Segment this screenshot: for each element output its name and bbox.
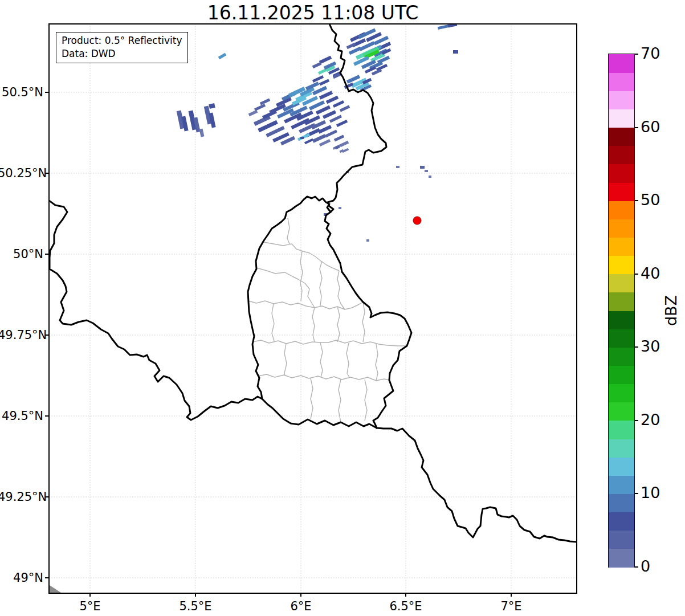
radar-echo <box>420 166 425 169</box>
colorbar-tick <box>634 566 638 568</box>
colorbar-band <box>609 347 634 366</box>
colorbar-band <box>609 475 634 494</box>
country-border-france-germany <box>377 428 577 542</box>
radar-site-marker <box>413 217 421 225</box>
colorbar-tick <box>634 274 638 275</box>
region-border <box>320 342 323 377</box>
colorbar-band <box>609 402 634 421</box>
country-border-layer <box>49 24 577 542</box>
x-axis-tick <box>405 593 406 597</box>
colorbar-tick <box>634 346 638 348</box>
region-border <box>312 308 315 342</box>
radar-echo <box>218 53 227 59</box>
region-border <box>284 344 287 375</box>
colorbar-band <box>609 421 634 439</box>
plot-frame <box>49 24 577 593</box>
radar-echo <box>429 176 431 178</box>
radar-echo <box>326 96 339 104</box>
colorbar-tick <box>634 493 638 494</box>
colorbar-band <box>609 365 634 384</box>
map-corner-patch <box>50 585 61 593</box>
region-border <box>272 304 274 341</box>
x-axis-tick <box>195 593 196 597</box>
colorbar-band <box>609 237 634 256</box>
region-border <box>252 340 407 346</box>
colorbar-tick-label: 10 <box>641 484 660 502</box>
colorbar-tick <box>634 200 638 201</box>
radar-echo <box>319 139 331 146</box>
radar-echo <box>333 100 344 108</box>
region-border <box>346 343 349 377</box>
region-border <box>258 374 389 381</box>
region-border <box>320 261 322 306</box>
radar-echo <box>329 115 342 123</box>
radar-echo <box>254 104 266 111</box>
radar-echo <box>336 120 348 127</box>
radar-echo <box>319 56 332 64</box>
colorbar-band <box>609 128 634 146</box>
radar-echo <box>438 25 450 30</box>
radar-echo <box>199 129 205 137</box>
region-border <box>376 344 378 381</box>
colorbar-band <box>609 439 634 458</box>
y-axis-tick <box>45 92 48 93</box>
lat-tick-label: 49.5°N <box>0 409 43 423</box>
colorbar-tick-label: 20 <box>641 411 660 429</box>
region-border <box>248 301 363 309</box>
radar-echo <box>209 103 215 109</box>
lon-tick-label: 6°E <box>290 599 311 613</box>
radar-echo <box>312 62 322 68</box>
radar-echo <box>340 105 350 112</box>
region-border <box>337 307 340 342</box>
radar-echo <box>453 50 458 54</box>
colorbar-band <box>609 457 634 476</box>
country-border-france-belgium <box>49 201 262 420</box>
colorbar-tick <box>634 420 638 421</box>
colorbar-band <box>609 531 634 549</box>
lat-tick-label: 50.5°N <box>0 85 43 99</box>
lat-tick-label: 49.25°N <box>0 490 43 504</box>
grid-lines <box>49 24 577 593</box>
radar-echo <box>325 130 337 138</box>
lon-tick-label: 5.5°E <box>179 599 211 613</box>
region-border <box>300 251 303 301</box>
colorbar-band <box>609 512 634 531</box>
colorbar-unit-label: dBZ <box>662 295 680 326</box>
colorbar-band <box>609 493 634 512</box>
region-border <box>337 271 345 309</box>
colorbar-tick-label: 30 <box>641 338 660 356</box>
radar-echo <box>304 138 313 144</box>
radar-echo <box>425 170 428 172</box>
colorbar-band <box>609 182 634 201</box>
country-border-luxembourg-germany <box>325 212 411 428</box>
product-info-box: Product: 0.5° Reflectivity Data: DWD <box>56 32 188 63</box>
radar-echo <box>366 239 369 242</box>
colorbar-tick <box>634 127 638 128</box>
radar-echo <box>334 134 344 141</box>
radar-echo <box>349 47 361 55</box>
colorbar-band <box>609 219 634 238</box>
colorbar-band <box>609 311 634 329</box>
radar-figure: 16.11.2025 11:08 UTC Product: 0.5° Refle… <box>0 0 685 616</box>
country-border-luxembourg-france <box>262 399 377 428</box>
colorbar-band <box>609 292 634 311</box>
lon-tick-label: 7°E <box>500 599 521 613</box>
product-label: Product: 0.5° Reflectivity <box>62 34 182 47</box>
x-axis-tick <box>89 593 91 597</box>
colorbar-band <box>609 109 634 128</box>
lat-tick-label: 49°N <box>0 571 43 585</box>
colorbar-tick-label: 50 <box>641 191 660 209</box>
map-canvas <box>0 0 685 616</box>
y-axis-tick <box>45 577 48 578</box>
radar-echo <box>248 110 258 116</box>
radar-echo <box>346 43 356 49</box>
colorbar-tick-label: 60 <box>641 118 660 136</box>
y-axis-tick <box>45 254 48 255</box>
colorbar-band <box>609 329 634 348</box>
canton-border-layer <box>248 218 407 422</box>
lon-tick-label: 6.5°E <box>389 599 422 613</box>
colorbar-band <box>609 384 634 403</box>
data-source-label: Data: DWD <box>62 47 182 60</box>
radar-echo <box>300 137 304 139</box>
colorbar-band <box>609 256 634 275</box>
